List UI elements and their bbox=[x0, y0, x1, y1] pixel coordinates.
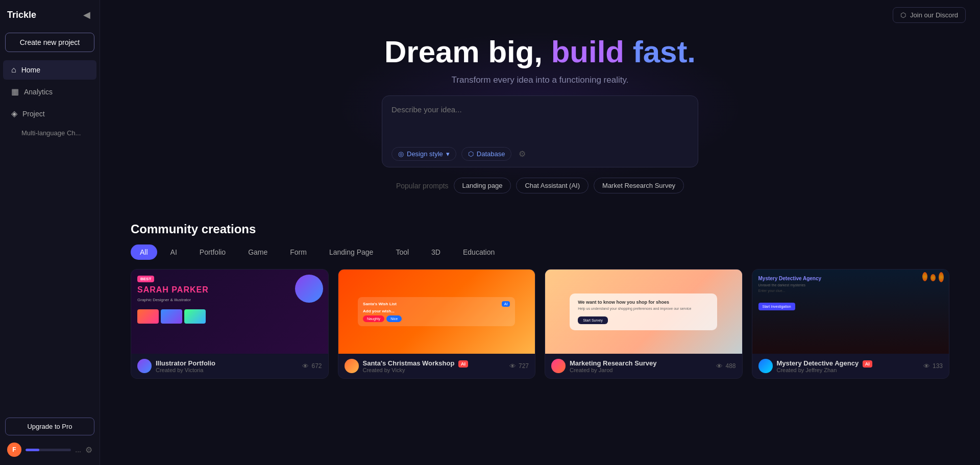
prompts-label: Popular prompts bbox=[396, 182, 449, 190]
sidebar-item-home-label: Home bbox=[21, 66, 40, 74]
card-user: Mystery Detective Agency AI Created by J… bbox=[758, 359, 872, 373]
filter-tab-form[interactable]: Form bbox=[281, 244, 316, 260]
hero-subtitle: Transform every idea into a functioning … bbox=[100, 75, 980, 85]
card-user: Illustrator Portfolio Created by Victori… bbox=[137, 359, 215, 373]
card-thumb-mystery: Mystery Detective Agency Unravel the dar… bbox=[752, 270, 949, 354]
card-thumb-portfolio: BEST SARAH PARKER Graphic Designer & Ill… bbox=[131, 270, 328, 354]
card-name: Mystery Detective Agency AI bbox=[777, 359, 872, 367]
filter-tab-landing[interactable]: Landing Page bbox=[320, 244, 382, 260]
hero-title: Dream big, build fast. bbox=[100, 35, 980, 69]
sidebar-item-analytics[interactable]: ▦ Analytics bbox=[3, 82, 96, 102]
prompts-row: Popular prompts Landing page Chat Assist… bbox=[100, 178, 980, 193]
card-creator: Created by Victoria bbox=[156, 367, 215, 373]
eye-icon: 👁 bbox=[302, 362, 309, 370]
card-name: Illustrator Portfolio bbox=[156, 359, 215, 367]
hero-title-part2: build bbox=[551, 35, 624, 69]
sidebar-header: Trickle ◀ bbox=[0, 0, 100, 30]
avatar bbox=[551, 359, 566, 373]
filter-tabs: All AI Portfolio Game Form Landing Page … bbox=[131, 244, 949, 260]
user-row: F ... ⚙ bbox=[5, 439, 94, 460]
avatar bbox=[758, 359, 773, 373]
card-views: 👁 672 bbox=[302, 362, 322, 370]
community-section: Community creations All AI Portfolio Gam… bbox=[100, 208, 980, 379]
eye-icon: 👁 bbox=[923, 362, 930, 370]
card-footer: Mystery Detective Agency AI Created by J… bbox=[752, 354, 949, 378]
settings-button[interactable]: ⚙ bbox=[85, 445, 92, 455]
design-style-label: Design style bbox=[407, 150, 443, 158]
view-count: 727 bbox=[519, 362, 529, 370]
database-button[interactable]: ⬡ Database bbox=[461, 147, 512, 161]
hero-title-part1: Dream big, bbox=[384, 35, 551, 69]
app-logo: Trickle bbox=[7, 10, 36, 20]
ai-badge: AI bbox=[863, 360, 872, 368]
card-christmas-workshop[interactable]: Santa's Wish List AI Add your wish... Na… bbox=[338, 269, 536, 379]
avatar bbox=[345, 359, 359, 373]
view-count: 672 bbox=[311, 362, 322, 370]
sidebar-item-home[interactable]: ⌂ Home bbox=[3, 60, 96, 80]
discord-button[interactable]: ⬡ Join our Discord bbox=[893, 7, 966, 23]
settings-gear-button[interactable]: ⚙ bbox=[517, 147, 528, 161]
eye-icon: 👁 bbox=[509, 362, 516, 370]
user-progress-fill bbox=[26, 449, 39, 451]
topbar: ⬡ Join our Discord bbox=[100, 0, 980, 30]
filter-tab-3d[interactable]: 3D bbox=[422, 244, 450, 260]
filter-tab-game[interactable]: Game bbox=[239, 244, 277, 260]
card-creator: Created by Jeffrey Zhan bbox=[777, 367, 872, 373]
sidebar-bottom: Upgrade to Pro F ... ⚙ bbox=[0, 412, 100, 465]
card-illustrator-portfolio[interactable]: BEST SARAH PARKER Graphic Designer & Ill… bbox=[131, 269, 329, 379]
avatar: F bbox=[7, 443, 21, 457]
database-label: Database bbox=[477, 150, 505, 158]
idea-toolbar: ◎ Design style ▾ ⬡ Database ⚙ bbox=[391, 147, 689, 161]
project-icon: ◈ bbox=[11, 109, 17, 118]
create-project-button[interactable]: Create new project bbox=[5, 33, 94, 52]
view-count: 488 bbox=[725, 362, 736, 370]
eye-icon: 👁 bbox=[716, 362, 723, 370]
user-menu-dots[interactable]: ... bbox=[75, 446, 81, 454]
user-progress-bar bbox=[26, 449, 71, 451]
prompt-chip-landing[interactable]: Landing page bbox=[454, 178, 511, 193]
analytics-icon: ▦ bbox=[11, 87, 19, 96]
filter-tab-tool[interactable]: Tool bbox=[386, 244, 418, 260]
design-style-button[interactable]: ◎ Design style ▾ bbox=[391, 147, 456, 161]
ai-badge: AI bbox=[458, 360, 468, 368]
community-title: Community creations bbox=[131, 222, 949, 236]
card-creator: Created by Jarod bbox=[570, 367, 657, 373]
card-mystery-detective[interactable]: Mystery Detective Agency Unravel the dar… bbox=[752, 269, 950, 379]
sidebar: Trickle ◀ Create new project ⌂ Home ▦ An… bbox=[0, 0, 100, 465]
main-content: ⬡ Join our Discord Dream big, build fast… bbox=[100, 0, 980, 465]
filter-tab-all[interactable]: All bbox=[131, 244, 157, 260]
card-thumb-christmas: Santa's Wish List AI Add your wish... Na… bbox=[338, 270, 535, 354]
card-views: 👁 488 bbox=[716, 362, 736, 370]
sidebar-collapse-button[interactable]: ◀ bbox=[81, 8, 92, 21]
card-user: Marketing Research Survey Created by Jar… bbox=[551, 359, 657, 373]
community-cards-grid: BEST SARAH PARKER Graphic Designer & Ill… bbox=[131, 269, 949, 379]
prompt-chip-survey[interactable]: Market Research Survey bbox=[594, 178, 684, 193]
idea-textarea[interactable] bbox=[391, 105, 689, 141]
filter-tab-portfolio[interactable]: Portfolio bbox=[190, 244, 235, 260]
card-footer: Marketing Research Survey Created by Jar… bbox=[545, 354, 742, 378]
card-name: Marketing Research Survey bbox=[570, 359, 657, 367]
idea-input-box: ◎ Design style ▾ ⬡ Database ⚙ bbox=[382, 95, 698, 167]
sidebar-item-project[interactable]: ◈ Project bbox=[3, 104, 96, 124]
design-style-icon: ◎ bbox=[398, 150, 404, 158]
card-views: 👁 727 bbox=[509, 362, 529, 370]
filter-tab-ai[interactable]: AI bbox=[161, 244, 186, 260]
view-count: 133 bbox=[933, 362, 943, 370]
discord-icon: ⬡ bbox=[900, 11, 906, 19]
prompt-chip-chat[interactable]: Chat Assistant (AI) bbox=[516, 178, 589, 193]
home-icon: ⌂ bbox=[11, 65, 16, 75]
upgrade-to-pro-button[interactable]: Upgrade to Pro bbox=[5, 418, 94, 435]
discord-label: Join our Discord bbox=[910, 11, 958, 19]
card-footer: Illustrator Portfolio Created by Victori… bbox=[131, 354, 328, 378]
card-name: Santa's Christmas Workshop AI bbox=[363, 359, 468, 367]
filter-tab-education[interactable]: Education bbox=[454, 244, 504, 260]
avatar bbox=[137, 359, 152, 373]
card-marketing-survey[interactable]: We want to know how you shop for shoes H… bbox=[545, 269, 743, 379]
hero-title-part3: fast. bbox=[624, 35, 696, 69]
hero-section: Dream big, build fast. Transform every i… bbox=[100, 30, 980, 208]
card-footer: Santa's Christmas Workshop AI Created by… bbox=[338, 354, 535, 378]
sidebar-sub-item-multi-language[interactable]: Multi-language Ch... bbox=[3, 125, 96, 141]
card-creator: Created by Vicky bbox=[363, 367, 468, 373]
card-views: 👁 133 bbox=[923, 362, 943, 370]
design-style-chevron: ▾ bbox=[446, 150, 450, 158]
